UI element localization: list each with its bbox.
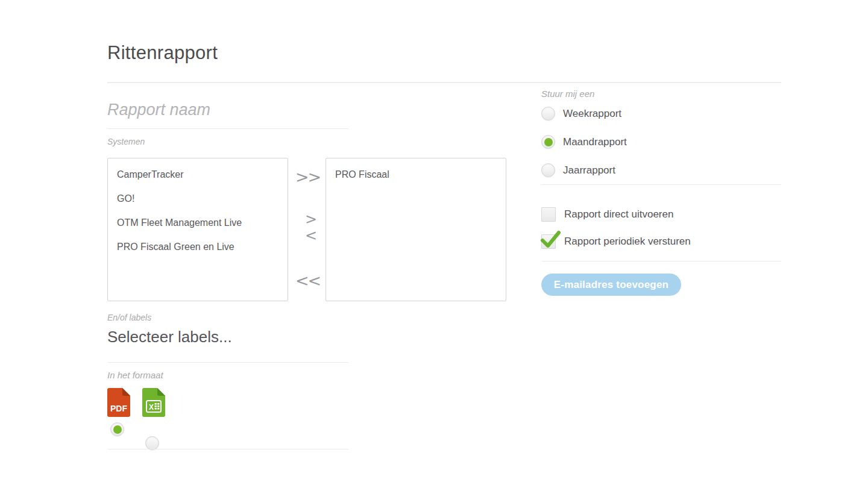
- radio-circle[interactable]: [541, 135, 555, 149]
- check-icon: [541, 230, 561, 249]
- systems-label: Systemen: [107, 137, 145, 146]
- schedule-divider: [541, 184, 781, 185]
- excel-file-icon[interactable]: X: [142, 388, 165, 417]
- pdf-icon-label: PDF: [110, 404, 127, 413]
- labels-filter-label: En/of labels: [107, 313, 151, 322]
- checkbox-rapport-direct[interactable]: Rapport direct uitvoeren: [541, 207, 673, 222]
- format-radio-excel[interactable]: [145, 436, 159, 450]
- excel-icon-x-glyph: X: [149, 403, 154, 411]
- checkbox-square[interactable]: [541, 234, 556, 249]
- move-right-button[interactable]: >: [299, 211, 323, 228]
- options-divider: [541, 261, 781, 261]
- available-systems-listbox[interactable]: CamperTracker GO! OTM Fleet Management L…: [107, 158, 288, 301]
- format-radio-pdf[interactable]: [110, 422, 124, 436]
- format-divider: [107, 449, 348, 449]
- labels-divider: [107, 362, 348, 363]
- checkbox-label: Rapport direct uitvoeren: [564, 208, 673, 221]
- move-all-right-button[interactable]: >>: [295, 167, 319, 186]
- page-title: Rittenrapport: [107, 42, 218, 64]
- radio-circle[interactable]: [541, 107, 555, 120]
- list-item[interactable]: PRO Fiscaal Green en Live: [108, 235, 288, 259]
- checkbox-rapport-periodiek[interactable]: Rapport periodiek versturen: [541, 234, 691, 249]
- radio-maandrapport[interactable]: Maandrapport: [541, 135, 627, 149]
- list-item[interactable]: OTM Fleet Management Live: [108, 211, 288, 235]
- list-item[interactable]: CamperTracker: [108, 163, 288, 187]
- add-email-button[interactable]: E-mailadres toevoegen: [541, 274, 681, 296]
- format-label: In het formaat: [107, 370, 163, 380]
- schedule-label: Stuur mij een: [541, 89, 594, 99]
- radio-label: Maandrapport: [563, 136, 627, 148]
- report-name-underline: [107, 128, 348, 129]
- checkbox-label: Rapport periodiek versturen: [564, 236, 691, 248]
- radio-circle[interactable]: [541, 163, 555, 177]
- radio-weekrapport[interactable]: Weekrapport: [541, 107, 621, 120]
- selected-systems-listbox[interactable]: PRO Fiscaal: [326, 158, 506, 301]
- radio-label: Jaarrapport: [563, 164, 615, 177]
- radio-label: Weekrapport: [563, 108, 621, 120]
- move-all-left-button[interactable]: <<: [295, 271, 319, 290]
- header-divider: [107, 82, 781, 83]
- move-left-button[interactable]: <: [299, 227, 323, 244]
- pdf-file-icon[interactable]: PDF: [107, 388, 130, 417]
- report-name-input[interactable]: [107, 92, 348, 128]
- list-item[interactable]: PRO Fiscaal: [326, 163, 506, 187]
- list-item[interactable]: GO!: [108, 187, 288, 211]
- checkbox-square[interactable]: [541, 207, 556, 222]
- labels-select[interactable]: Selecteer labels...: [107, 328, 348, 346]
- radio-jaarrapport[interactable]: Jaarrapport: [541, 163, 615, 177]
